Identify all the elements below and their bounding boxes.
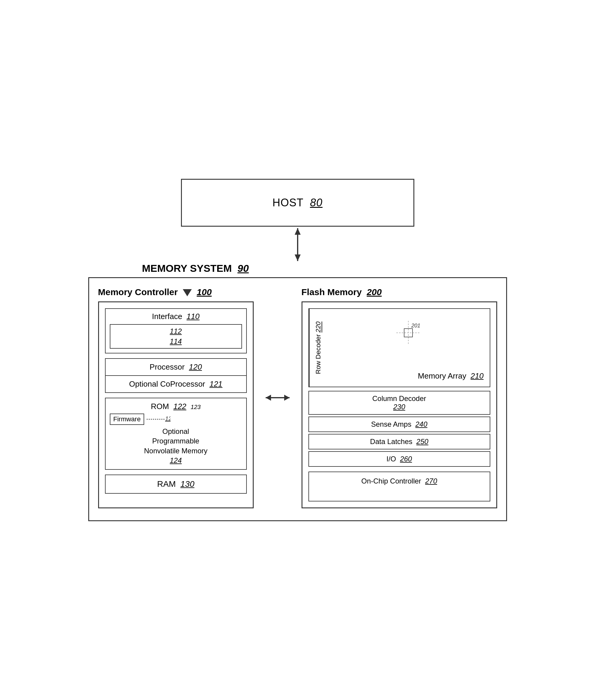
- interface-title-text: Interface: [152, 312, 182, 321]
- memory-system-wrapper: MEMORY SYSTEM 90 Memory Controller 100: [88, 263, 507, 521]
- onchip-ref: 270: [425, 477, 437, 485]
- flash-memory-section: Flash Memory 200 Row Decoder 220: [302, 287, 497, 508]
- mc-box: Interface 110 112 114: [98, 301, 254, 508]
- row-decoder-block: Row Decoder 220: [309, 309, 327, 387]
- processor-ref: 120: [189, 362, 202, 371]
- rom-label: ROM: [151, 402, 169, 411]
- memory-array-ref: 210: [471, 371, 483, 380]
- host-ref: 80: [310, 197, 322, 209]
- memory-system-box: Memory Controller 100 Interface 110: [88, 277, 507, 521]
- coprocessor-label: Optional CoProcessor: [129, 379, 205, 388]
- coprocessor-row: Optional CoProcessor 121: [106, 376, 246, 392]
- firmware-label: Firmware: [113, 415, 141, 423]
- svg-marker-8: [284, 395, 289, 401]
- optional-programmable-text: OptionalProgrammableNonvolatile Memory 1…: [110, 427, 242, 466]
- data-latches-ref: 250: [417, 437, 428, 445]
- mc-ref: 100: [197, 287, 212, 297]
- memory-controller-title: Memory Controller 100: [98, 287, 254, 297]
- column-decoder-text: Column Decoder: [372, 395, 426, 403]
- processor-row: Processor 120: [106, 359, 246, 376]
- svg-marker-7: [266, 395, 271, 401]
- rom-firmware-ref-inline: 123: [191, 404, 200, 410]
- mc-flash-arrow-svg: [266, 389, 289, 407]
- processor-label: Processor: [149, 362, 185, 371]
- memory-controller-section: Memory Controller 100 Interface 110: [98, 287, 254, 508]
- interface-ref: 110: [187, 312, 200, 321]
- column-decoder-ref: 230: [393, 403, 405, 411]
- mc-title-text: Memory Controller: [98, 287, 178, 297]
- onchip-label: On-Chip Controller: [361, 477, 421, 485]
- memory-array-text: Memory Array: [418, 371, 466, 380]
- memory-system-label: MEMORY SYSTEM 90: [142, 263, 249, 274]
- flash-memory-title: Flash Memory 200: [302, 287, 497, 297]
- host-text: HOST: [273, 197, 303, 209]
- bidirectional-arrow-svg: [289, 228, 307, 261]
- io-block: I/O 260: [308, 451, 490, 467]
- processor-block: Processor 120 Optional CoProcessor 121: [105, 358, 247, 393]
- onchip-controller-block: On-Chip Controller 270: [308, 471, 490, 501]
- row-decoder-ref: 220: [314, 321, 322, 332]
- mc-arrow-icon: [183, 289, 192, 296]
- flash-memory-ref: 200: [367, 287, 382, 297]
- host-box: HOST 80: [181, 179, 414, 227]
- sense-amps-block: Sense Amps 240: [308, 416, 490, 432]
- row-decoder-label: Row Decoder: [314, 334, 322, 374]
- svg-marker-3: [183, 289, 192, 296]
- firmware-row: Firmware 123: [110, 413, 242, 425]
- fm-box: Row Decoder 220: [302, 301, 497, 508]
- firmware-arrow-svg: 123: [147, 415, 171, 424]
- memory-system-text: MEMORY SYSTEM: [142, 263, 232, 274]
- optional-ref: 124: [170, 456, 181, 464]
- rom-title: ROM 122 123: [110, 402, 242, 411]
- rom-block: ROM 122 123 Firmware 123: [105, 398, 247, 470]
- interface-sub1: 112: [170, 327, 181, 335]
- memory-system-ref: 90: [237, 263, 249, 274]
- ram-label: RAM: [157, 479, 176, 489]
- diagram-container: HOST 80 MEMORY SYSTEM 90 Memory Controll…: [58, 161, 537, 539]
- column-decoder-block: Column Decoder 230: [308, 391, 490, 415]
- interface-line-2: 114: [115, 337, 237, 346]
- svg-text:201: 201: [411, 323, 420, 329]
- interface-title: Interface 110: [110, 312, 242, 321]
- interface-sub-block: 112 114: [110, 324, 242, 349]
- sense-amps-ref: 240: [416, 420, 427, 428]
- column-decoder-label: Column Decoder: [313, 395, 485, 403]
- memory-cell-symbol: 201: [393, 321, 423, 346]
- ram-ref: 130: [180, 479, 194, 489]
- svg-marker-1: [295, 228, 301, 235]
- host-label: HOST 80: [273, 197, 322, 209]
- svg-marker-2: [295, 255, 301, 261]
- firmware-box: Firmware: [110, 413, 144, 425]
- svg-text:123: 123: [165, 415, 171, 422]
- memory-array-label: Memory Array 210: [418, 371, 484, 381]
- io-ref: 260: [400, 455, 412, 463]
- data-latches-block: Data Latches 250: [308, 434, 490, 449]
- interface-line-1: 112: [115, 327, 237, 336]
- rom-ref: 122: [173, 402, 186, 411]
- ram-block: RAM 130: [105, 474, 247, 494]
- sense-amps-label: Sense Amps: [371, 420, 411, 428]
- coprocessor-ref: 121: [209, 379, 222, 388]
- flash-top-area: Row Decoder 220: [308, 308, 490, 387]
- flash-memory-title-text: Flash Memory: [302, 287, 362, 297]
- memory-array-area: 201 Memory Array 210: [327, 309, 490, 387]
- interface-block: Interface 110 112 114: [105, 308, 247, 353]
- data-latches-label: Data Latches: [370, 437, 412, 445]
- io-label: I/O: [387, 455, 396, 463]
- cell-svg: 201: [393, 321, 423, 345]
- mc-flash-arrow-area: [266, 287, 289, 508]
- interface-sub2: 114: [170, 337, 181, 345]
- column-decoder-ref-line: 230: [313, 403, 485, 411]
- host-memory-arrow: [289, 227, 307, 263]
